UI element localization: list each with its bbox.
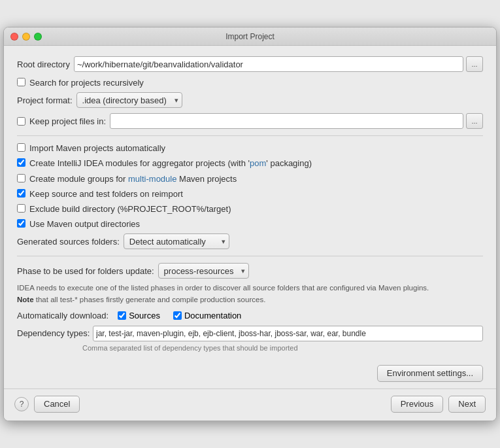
title-bar: Import Project bbox=[4, 27, 496, 46]
window-controls bbox=[10, 33, 42, 41]
bottom-section: Environment settings... bbox=[4, 365, 496, 382]
exclude-build-checkbox[interactable] bbox=[17, 204, 25, 213]
create-modules-checkbox[interactable] bbox=[17, 158, 25, 167]
dependency-types-row: Dependency types: bbox=[17, 326, 483, 341]
import-maven-checkbox[interactable] bbox=[17, 143, 25, 152]
phase-row: Phase to be used for folders update: pro… bbox=[17, 263, 483, 279]
root-directory-label: Root directory bbox=[17, 60, 70, 69]
generated-sources-row: Generated sources folders: Detect automa… bbox=[17, 233, 483, 249]
keep-project-files-checkbox[interactable] bbox=[17, 117, 25, 126]
phase-select[interactable]: process-resources generate-sources compi… bbox=[158, 263, 249, 279]
root-directory-row: Root directory ... bbox=[17, 56, 483, 72]
info-line1: IDEA needs to execute one of the listed … bbox=[17, 284, 429, 292]
minimize-button[interactable] bbox=[22, 33, 30, 41]
footer-left: ? Cancel bbox=[14, 396, 80, 413]
import-maven-label: Import Maven projects automatically bbox=[29, 143, 165, 154]
env-row: Environment settings... bbox=[17, 365, 483, 382]
documentation-checkbox[interactable] bbox=[173, 311, 182, 320]
documentation-checkbox-group: Documentation bbox=[173, 311, 241, 320]
divider-2 bbox=[17, 256, 483, 256]
generated-sources-select-wrapper: Detect automatically Generate source roo… bbox=[124, 233, 229, 249]
footer: ? Cancel Previous Next bbox=[4, 388, 496, 421]
root-directory-browse-button[interactable]: ... bbox=[466, 56, 483, 72]
project-format-label: Project format: bbox=[17, 95, 73, 105]
footer-right: Previous Next bbox=[391, 396, 486, 413]
create-modules-row: Create IntelliJ IDEA modules for aggrega… bbox=[17, 158, 483, 169]
keep-project-files-row: Keep project files in: ... bbox=[17, 113, 483, 129]
exclude-build-label: Exclude build directory (%PROJECT_ROOT%/… bbox=[29, 203, 231, 215]
import-project-dialog: Import Project Root directory ... Search… bbox=[3, 27, 497, 421]
sources-label: Sources bbox=[129, 311, 160, 320]
dependency-types-input[interactable] bbox=[93, 326, 483, 341]
dependency-types-hint: Comma separated list of dependency types… bbox=[82, 344, 483, 352]
keep-source-label: Keep source and test folders on reimport bbox=[29, 188, 183, 200]
cancel-button[interactable]: Cancel bbox=[34, 396, 80, 413]
close-button[interactable] bbox=[10, 33, 18, 41]
help-button[interactable]: ? bbox=[14, 397, 29, 411]
keep-source-row: Keep source and test folders on reimport bbox=[17, 188, 483, 200]
environment-settings-button[interactable]: Environment settings... bbox=[377, 365, 483, 382]
root-directory-input[interactable] bbox=[74, 56, 463, 72]
sources-checkbox[interactable] bbox=[118, 311, 126, 320]
sources-checkbox-group: Sources bbox=[118, 311, 160, 320]
exclude-build-row: Exclude build directory (%PROJECT_ROOT%/… bbox=[17, 203, 483, 215]
project-format-row: Project format: .idea (directory based) … bbox=[17, 92, 483, 108]
auto-download-row: Automatically download: Sources Document… bbox=[17, 311, 483, 320]
auto-download-label: Automatically download: bbox=[17, 311, 108, 320]
search-recursively-row: Search for projects recursively bbox=[17, 77, 483, 89]
project-format-select-wrapper: .idea (directory based) Eclipse Other bbox=[76, 92, 182, 108]
generated-sources-select[interactable]: Detect automatically Generate source roo… bbox=[124, 233, 229, 249]
search-recursively-label: Search for projects recursively bbox=[29, 77, 144, 89]
create-groups-label: Create module groups for multi-module Ma… bbox=[29, 173, 237, 185]
info-line2: that all test-* phases firstly generate … bbox=[34, 296, 266, 303]
info-text: IDEA needs to execute one of the listed … bbox=[17, 283, 483, 305]
documentation-label: Documentation bbox=[184, 311, 241, 320]
keep-project-files-browse-button[interactable]: ... bbox=[466, 113, 483, 129]
keep-project-files-label: Keep project files in: bbox=[29, 116, 106, 126]
import-maven-row: Import Maven projects automatically bbox=[17, 143, 483, 154]
phase-label: Phase to be used for folders update: bbox=[17, 266, 154, 276]
project-format-select[interactable]: .idea (directory based) Eclipse Other bbox=[76, 92, 182, 108]
previous-button[interactable]: Previous bbox=[391, 396, 444, 413]
keep-source-checkbox[interactable] bbox=[17, 189, 25, 198]
search-recursively-checkbox[interactable] bbox=[17, 78, 25, 86]
divider-1 bbox=[17, 135, 483, 136]
use-maven-output-label: Use Maven output directories bbox=[29, 218, 140, 230]
use-maven-output-row: Use Maven output directories bbox=[17, 218, 483, 230]
keep-project-files-input[interactable] bbox=[110, 113, 463, 129]
info-note: Note bbox=[17, 296, 34, 303]
use-maven-output-checkbox[interactable] bbox=[17, 219, 25, 228]
generated-sources-label: Generated sources folders: bbox=[17, 237, 120, 247]
dependency-types-label: Dependency types: bbox=[17, 328, 89, 338]
maximize-button[interactable] bbox=[34, 33, 42, 41]
main-content: Root directory ... Search for projects r… bbox=[4, 46, 496, 365]
create-groups-row: Create module groups for multi-module Ma… bbox=[17, 173, 483, 185]
phase-select-wrapper: process-resources generate-sources compi… bbox=[158, 263, 249, 279]
window-title: Import Project bbox=[225, 32, 275, 41]
next-button[interactable]: Next bbox=[448, 396, 486, 413]
create-modules-label: Create IntelliJ IDEA modules for aggrega… bbox=[29, 158, 312, 169]
create-groups-checkbox[interactable] bbox=[17, 174, 25, 182]
